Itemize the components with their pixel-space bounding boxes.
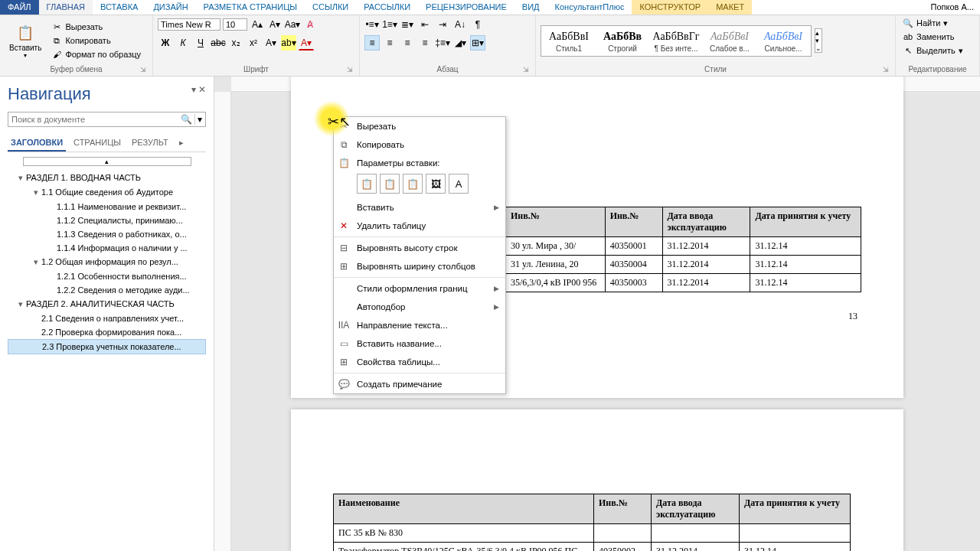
tab-constructor[interactable]: КОНСТРУКТОР [632,0,708,15]
ctx-copy[interactable]: ⧉Копировать [334,135,505,154]
styles-up-icon[interactable]: ▴ [815,29,822,37]
paste-option-merge[interactable]: 📋 [380,174,400,194]
nav-tab-more-icon[interactable]: ▸ [176,135,187,152]
paste-button[interactable]: 📋 Вставить ▾ [5,21,46,60]
increase-indent-button[interactable]: ⇥ [435,17,450,32]
ctx-autofit[interactable]: Автоподбор▶ [334,298,505,316]
nav-pager[interactable]: ▴ [23,157,191,166]
grow-font-button[interactable]: A▴ [250,17,265,32]
nav-search[interactable]: 🔍▾ [8,112,206,127]
nav-tree-node[interactable]: 1.1.1 Наименование и реквизит... [8,200,206,214]
tab-review[interactable]: РЕЦЕНЗИРОВАНИЕ [418,0,514,15]
strike-button[interactable]: abc [211,35,226,51]
nav-tree-node[interactable]: 2.1 Сведения о направлениях учет... [8,311,206,325]
highlight-button[interactable]: ab▾ [281,35,296,51]
nav-search-dropdown-icon[interactable]: ▾ [198,114,202,125]
styles-gallery[interactable]: АаБбВвІСтиль1 АаБбВвСтрогий АаБбВвГг¶ Бе… [541,25,812,57]
nav-dropdown-icon[interactable]: ▾ [191,84,196,95]
ctx-row-height[interactable]: ⊟Выровнять высоту строк [334,239,505,257]
font-size-select[interactable]: 10 [223,18,247,31]
superscript-button[interactable]: x² [246,35,261,51]
clipboard-dialog-icon[interactable]: ⇲ [140,66,146,73]
nav-tree-node[interactable]: 1.1.4 Информация о наличии у ... [8,241,206,255]
paste-option-keep-source[interactable]: 📋 [357,174,377,194]
styles-dialog-icon[interactable]: ⇲ [883,66,889,73]
ctx-insert[interactable]: Вставить▶ [334,198,505,217]
document-area[interactable]: 112345678910111213141516171819 Инв.№Инв.… [214,77,980,551]
ctx-new-comment[interactable]: 💬Создать примечание [334,375,505,393]
user-label[interactable]: Попков А... [925,0,980,15]
show-marks-button[interactable]: ¶ [470,17,485,32]
nav-tree-node[interactable]: ▾1.1 Общие сведения об Аудиторе [8,185,206,200]
ctx-col-width[interactable]: ⊞Выровнять ширину столбцов [334,257,505,276]
font-name-select[interactable]: Times New R [158,18,220,31]
style-item[interactable]: АаБбВвІСтиль1 [543,28,595,54]
align-left-button[interactable]: ≡ [364,35,380,51]
tab-page-layout[interactable]: РАЗМЕТКА СТРАНИЦЫ [196,0,305,15]
nav-tree-node[interactable]: 1.2.1 Особенности выполнения... [8,269,206,283]
decrease-indent-button[interactable]: ⇤ [417,17,433,32]
align-right-button[interactable]: ≡ [400,35,415,51]
ctx-text-direction[interactable]: IIAНаправление текста... [334,316,505,334]
style-item[interactable]: АаБбВвСтрогий [596,28,648,54]
cut-button[interactable]: ✂Вырезать [49,21,143,33]
change-case-button[interactable]: Aa▾ [285,17,300,32]
styles-more-icon[interactable]: ⌄ [815,44,822,52]
tab-maket[interactable]: МАКЕТ [708,0,752,15]
borders-button[interactable]: ⊞▾ [470,35,485,51]
shading-button[interactable]: ◢▾ [452,35,468,51]
ctx-cut[interactable]: ✂Вырезать [334,117,505,135]
style-item[interactable]: АаБбВвГг¶ Без инте... [650,28,702,54]
tab-mailings[interactable]: РАССЫЛКИ [356,0,418,15]
subscript-button[interactable]: x₂ [228,35,243,51]
underline-button[interactable]: Ч [193,35,208,51]
tab-consultant[interactable]: КонсультантПлюс [547,0,632,15]
select-button[interactable]: ↖Выделить ▾ [900,44,975,57]
styles-down-icon[interactable]: ▾ [815,37,822,44]
tab-view[interactable]: ВИД [514,0,547,15]
style-item[interactable]: АаБбВвІСлабое в... [704,28,756,54]
bullets-button[interactable]: •≡▾ [364,17,380,32]
nav-tree-node[interactable]: 1.1.2 Специалисты, принимаю... [8,214,206,227]
format-painter-button[interactable]: 🖌Формат по образцу [49,48,143,60]
tab-design[interactable]: ДИЗАЙН [145,0,195,15]
ctx-insert-caption[interactable]: ▭Вставить название... [334,334,505,353]
sort-button[interactable]: A↓ [452,17,468,32]
ctx-table-properties[interactable]: ⊞Свойства таблицы... [334,353,505,371]
nav-tree-node[interactable]: ▾РАЗДЕЛ 2. АНАЛИТИЧЕСКАЯ ЧАСТЬ [8,297,206,311]
copy-button[interactable]: ⧉Копировать [49,34,143,47]
font-color-button[interactable]: A▾ [299,35,314,51]
nav-tree-node[interactable]: 2.2 Проверка формирования пока... [8,325,206,339]
ctx-border-styles[interactable]: Стили оформления границ▶ [334,279,505,298]
nav-tree-node[interactable]: ▾РАЗДЕЛ 1. ВВОДНАЯ ЧАСТЬ [8,171,206,185]
nav-tree-node[interactable]: 1.2.2 Сведения о методике ауди... [8,283,206,297]
nav-tree-node[interactable]: ▾1.2 Общая информация по резул... [8,255,206,269]
paste-option-picture[interactable]: 🖼 [426,174,446,194]
shrink-font-button[interactable]: A▾ [267,17,283,32]
style-item[interactable]: АаБбВвІСильное... [757,28,809,54]
tab-home[interactable]: ГЛАВНАЯ [39,0,93,15]
tab-file[interactable]: ФАЙЛ [0,0,39,15]
tab-references[interactable]: ССЫЛКИ [305,0,356,15]
nav-tab-headings[interactable]: ЗАГОЛОВКИ [8,135,66,152]
nav-tree-node[interactable]: 2.3 Проверка учетных показателе... [8,339,206,354]
replace-button[interactable]: abЗаменить [900,31,975,43]
paragraph-dialog-icon[interactable]: ⇲ [523,66,529,73]
italic-button[interactable]: К [175,35,191,51]
nav-search-input[interactable] [11,114,181,125]
search-icon[interactable]: 🔍 [181,114,192,125]
font-dialog-icon[interactable]: ⇲ [347,66,353,73]
nav-tree-node[interactable]: 1.1.3 Сведения о работниках, о... [8,227,206,241]
ctx-delete-table[interactable]: ✕Удалить таблицу [334,217,505,235]
nav-close-icon[interactable]: ✕ [198,84,206,95]
tab-insert[interactable]: ВСТАВКА [93,0,145,15]
vertical-ruler[interactable] [214,92,231,551]
line-spacing-button[interactable]: ‡≡▾ [435,35,450,51]
text-effects-button[interactable]: A▾ [263,35,279,51]
find-button[interactable]: 🔍Найти ▾ [900,17,975,29]
data-table[interactable]: Инв.№Инв.№Дата ввода эксплуатациюДата пр… [505,207,861,292]
paste-option-nest[interactable]: 📋 [403,174,423,194]
bold-button[interactable]: Ж [158,35,173,51]
nav-tab-pages[interactable]: СТРАНИЦЫ [70,135,124,152]
paste-option-text[interactable]: A [449,174,469,194]
